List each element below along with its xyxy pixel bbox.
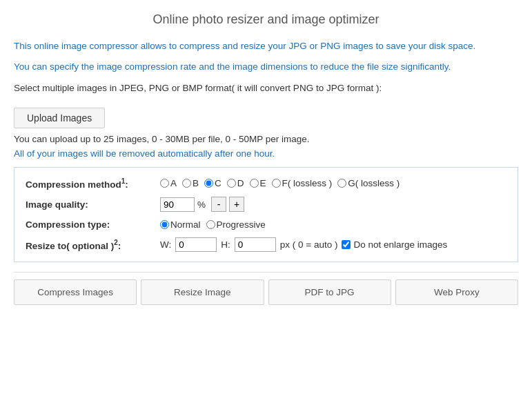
type-progressive-option[interactable]: Progressive — [206, 219, 266, 230]
method-b-option[interactable]: B — [182, 178, 199, 188]
type-normal-option[interactable]: Normal — [160, 219, 201, 230]
method-d-radio[interactable] — [227, 179, 236, 188]
resize-unit-label: px ( 0 = auto ) — [280, 239, 338, 250]
type-progressive-radio[interactable] — [206, 220, 215, 229]
info-line2: You can specify the image compression ra… — [14, 60, 518, 74]
page-title: Online photo resizer and image optimizer — [14, 12, 518, 27]
image-quality-label: Image quality: — [26, 199, 160, 210]
method-a-option[interactable]: A — [160, 178, 177, 188]
compression-type-group: Normal Progressive — [160, 219, 268, 230]
image-quality-row: Image quality: % - + — [26, 197, 506, 212]
compression-method-sup: 1 — [121, 177, 126, 185]
decrease-quality-button[interactable]: - — [211, 197, 226, 212]
method-d-option[interactable]: D — [227, 178, 244, 188]
method-g-radio[interactable] — [337, 179, 346, 188]
quality-input[interactable] — [160, 197, 195, 212]
method-c-option[interactable]: C — [204, 178, 221, 188]
method-g-option[interactable]: G( lossless ) — [337, 178, 400, 188]
upload-images-button[interactable]: Upload Images — [14, 108, 105, 128]
increase-quality-button[interactable]: + — [229, 197, 244, 212]
resize-controls: W: H: px ( 0 = auto ) Do not enlarge ima… — [160, 237, 447, 252]
type-normal-radio[interactable] — [160, 220, 169, 229]
method-f-option[interactable]: F( lossless ) — [272, 178, 333, 188]
options-panel: Compression method1: A B C D E — [14, 167, 518, 263]
compression-type-label: Compression type: — [26, 219, 160, 230]
resize-sup: 2 — [114, 239, 118, 246]
web-proxy-button[interactable]: Web Proxy — [395, 279, 518, 305]
resize-w-label: W: — [160, 239, 171, 250]
resize-h-input[interactable] — [235, 237, 276, 252]
compress-images-button[interactable]: Compress Images — [14, 279, 137, 305]
compression-method-group: A B C D E F( lossless ) G( — [160, 178, 402, 188]
pdf-to-jpg-button[interactable]: PDF to JPG — [268, 279, 391, 305]
do-not-enlarge-option[interactable]: Do not enlarge images — [342, 239, 447, 250]
resize-row: Resize to( optional )2: W: H: px ( 0 = a… — [26, 237, 506, 252]
resize-label: Resize to( optional )2: — [26, 239, 160, 251]
method-c-radio[interactable] — [204, 179, 213, 188]
upload-note: You can upload up to 25 images, 0 - 30MB… — [14, 134, 518, 144]
method-b-radio[interactable] — [182, 179, 191, 188]
do-not-enlarge-label: Do not enlarge images — [353, 239, 447, 250]
resize-w-input[interactable] — [175, 237, 217, 252]
method-f-radio[interactable] — [272, 179, 281, 188]
compression-method-label: Compression method1: — [26, 177, 160, 190]
auto-remove-note: All of your images will be removed autom… — [14, 148, 518, 159]
quality-controls: % - + — [160, 197, 244, 212]
method-e-option[interactable]: E — [250, 178, 266, 188]
method-a-radio[interactable] — [160, 179, 169, 188]
info-line1: This online image compressor allows to c… — [14, 39, 518, 53]
compression-method-row: Compression method1: A B C D E — [26, 177, 506, 190]
bottom-buttons: Compress Images Resize Image PDF to JPG … — [14, 272, 518, 305]
info-line3: Select multiple images in JPEG, PNG or B… — [14, 81, 518, 95]
compression-type-row: Compression type: Normal Progressive — [26, 219, 506, 230]
percent-label: % — [197, 199, 206, 210]
resize-image-button[interactable]: Resize Image — [141, 279, 264, 305]
do-not-enlarge-checkbox[interactable] — [342, 240, 351, 249]
method-e-radio[interactable] — [250, 179, 259, 188]
resize-h-label: H: — [221, 239, 230, 250]
